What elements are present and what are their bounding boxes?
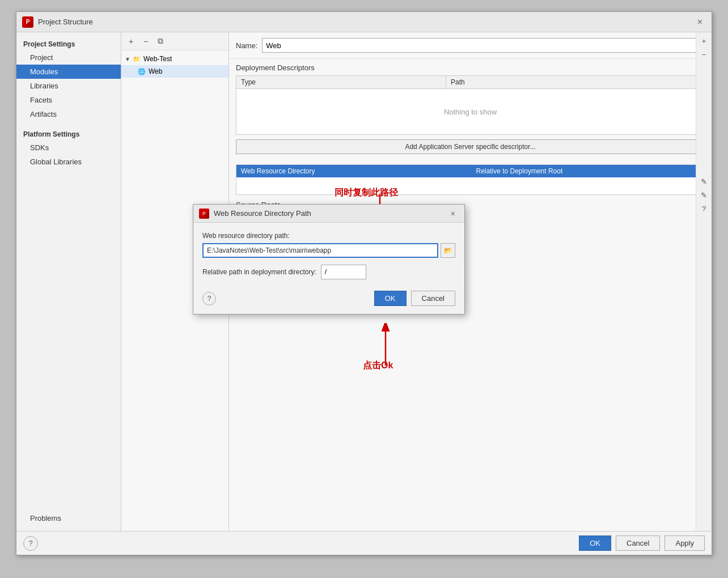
dialog-relative-path-row: Relative path in deployment directory:	[202, 265, 455, 279]
sidebar-item-problems[interactable]: Problems	[16, 511, 121, 525]
dialog-browse-button[interactable]: 📂	[441, 243, 455, 258]
add-descriptor-button[interactable]: Add Application Server specific descript…	[236, 139, 705, 154]
type-header: Type	[236, 76, 446, 88]
dialog-help-button[interactable]: ?	[202, 292, 216, 305]
dialog-cancel-button[interactable]: Cancel	[411, 291, 455, 306]
dialog-title-bar: P Web Resource Directory Path ×	[193, 205, 464, 223]
side-add-button[interactable]: +	[698, 35, 710, 47]
cancel-button[interactable]: Cancel	[616, 536, 660, 551]
name-row: Name:	[229, 32, 712, 59]
dialog-path-row: 📂	[202, 243, 455, 258]
dialog-path-input[interactable]	[202, 243, 438, 258]
dialog-ok-button[interactable]: OK	[374, 291, 407, 306]
dialog-body: Web resource directory path: 📂 Relative …	[193, 223, 464, 314]
bottom-bar: ? OK Cancel Apply	[16, 531, 712, 555]
tree-copy-button[interactable]: ⧉	[154, 35, 167, 48]
wr-col1: Web Resource Directory	[241, 167, 465, 175]
name-input[interactable]	[262, 38, 705, 53]
web-resource-header: Web Resource Directory Relative to Deplo…	[236, 165, 704, 177]
ok-button[interactable]: OK	[579, 536, 611, 551]
sidebar-bottom: Problems	[16, 511, 121, 531]
web-resource-section: Web Resource Directory Relative to Deplo…	[236, 164, 705, 195]
side-edit2-button[interactable]: ✎	[698, 189, 710, 201]
web-icon: 🌐	[137, 67, 146, 76]
apply-button[interactable]: Apply	[664, 536, 705, 551]
dialog-web-resource: P Web Resource Directory Path × Web reso…	[193, 204, 465, 314]
sidebar-item-artifacts[interactable]: Artifacts	[16, 107, 121, 121]
wr-row	[236, 177, 704, 194]
project-settings-heading: Project Settings	[16, 37, 121, 50]
side-edit-button[interactable]: ✎	[698, 175, 710, 188]
dialog-relative-path-input[interactable]	[321, 265, 366, 279]
deployment-descriptors-table: Type Path Nothing to show	[236, 75, 705, 135]
dialog-close-button[interactable]: ×	[447, 208, 459, 219]
platform-settings-heading: Platform Settings	[16, 127, 121, 141]
deployment-descriptors-title: Deployment Descriptors	[229, 59, 712, 75]
wr-col2: Relative to Deployment Root	[476, 167, 700, 175]
sidebar: Project Settings Project Modules Librari…	[16, 32, 121, 531]
table-header: Type Path	[236, 76, 704, 89]
sidebar-item-modules[interactable]: Modules	[16, 65, 121, 79]
sidebar-item-libraries[interactable]: Libraries	[16, 79, 121, 93]
sidebar-item-facets[interactable]: Facets	[16, 93, 121, 107]
tree-add-button[interactable]: +	[125, 35, 137, 48]
folder-icon: 📁	[132, 54, 141, 63]
side-remove-button[interactable]: −	[698, 48, 710, 61]
table-empty-message: Nothing to show	[236, 89, 704, 134]
tree-expand-arrow: ▼	[125, 56, 130, 62]
app-icon: P	[22, 16, 33, 28]
dialog-path-label: Web resource directory path:	[202, 232, 455, 240]
tree-node-web-test[interactable]: ▼ 📁 Web-Test	[121, 53, 228, 65]
sidebar-item-global-libraries[interactable]: Global Libraries	[16, 155, 121, 169]
name-label: Name:	[236, 41, 257, 50]
tree-toolbar: + − ⧉	[121, 32, 228, 50]
path-header: Path	[446, 76, 704, 88]
close-button[interactable]: ×	[694, 16, 706, 28]
dialog-relative-path-label: Relative path in deployment directory:	[202, 268, 316, 276]
sidebar-item-project[interactable]: Project	[16, 50, 121, 65]
dialog-title: Web Resource Directory Path	[214, 209, 447, 218]
side-toolbar: + − ✎ ✎ ?	[696, 32, 712, 531]
tree-remove-button[interactable]: −	[139, 35, 152, 48]
dialog-buttons: ? OK Cancel	[202, 288, 455, 306]
tree-node-web[interactable]: 🌐 Web	[121, 65, 228, 78]
dialog-app-icon: P	[199, 209, 209, 219]
bottom-left: ?	[23, 536, 38, 551]
help-button[interactable]: ?	[23, 536, 38, 551]
title-bar: P Project Structure ×	[16, 12, 712, 32]
sidebar-item-sdks[interactable]: SDKs	[16, 141, 121, 155]
window-title: Project Structure	[38, 18, 694, 26]
side-help-button[interactable]: ?	[698, 202, 710, 215]
